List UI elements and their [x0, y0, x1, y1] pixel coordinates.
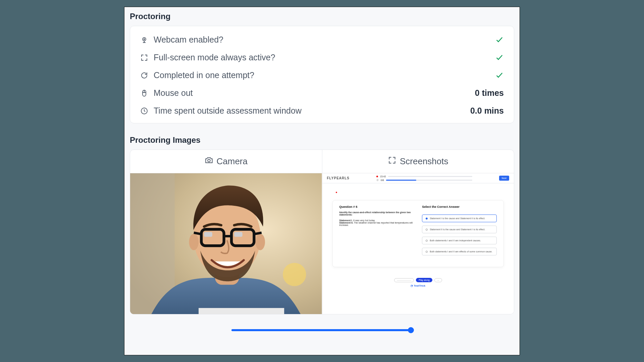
svg-point-11 [256, 234, 265, 250]
tab-label: Camera [217, 156, 248, 167]
screenshot-option: Statement I is the cause and Statement I… [422, 215, 497, 222]
row-label: Mouse out [154, 88, 475, 98]
svg-point-10 [189, 234, 199, 250]
camera-icon [205, 156, 213, 167]
proctoring-panel: Proctoring Webcam enabled? Full-screen m… [124, 7, 520, 355]
timeline-slider[interactable] [231, 328, 413, 333]
row-value: 0.0 mins [470, 106, 504, 116]
check-icon [495, 71, 504, 80]
screenshot-image[interactable]: FLYPEARLS 15:42 ⦿6/8 Next Question # 6 I… [322, 173, 514, 314]
tab-camera[interactable]: Camera [130, 150, 322, 173]
section-title-images: Proctoring Images [130, 135, 514, 145]
check-icon [495, 36, 504, 44]
check-row-fullscreen: Full-screen mode always active? [140, 49, 504, 66]
clock-icon [140, 107, 148, 115]
svg-point-4 [208, 159, 210, 162]
camera-image[interactable] [130, 173, 322, 314]
svg-rect-16 [199, 308, 284, 314]
fullscreen-icon [140, 54, 148, 62]
tab-screenshots[interactable]: Screenshots [322, 150, 514, 173]
screenshot-option: Statement II is the cause and Statement … [422, 226, 497, 233]
row-label: Time spent outside assessment window [154, 106, 470, 116]
screenshot-question-heading: Question # 6 [339, 205, 414, 208]
row-label: Completed in one attempt? [154, 70, 495, 80]
check-icon [495, 53, 504, 62]
slider-thumb[interactable] [408, 327, 414, 333]
row-label: Webcam enabled? [154, 35, 495, 45]
images-tabs: Camera Screenshots [130, 150, 514, 173]
row-label: Full-screen mode always active? [154, 53, 495, 62]
row-value: 0 times [475, 88, 504, 98]
screenshot-next: Next [499, 176, 509, 181]
screenshot-content: FLYPEARLS 15:42 ⦿6/8 Next Question # 6 I… [322, 173, 514, 314]
webcam-icon [140, 36, 148, 44]
screenshot-brand: FLYPEARLS [327, 176, 350, 180]
slider-track [231, 329, 413, 331]
screenshot-answer-heading: Select the Correct Answer [422, 205, 497, 208]
svg-point-0 [143, 38, 146, 41]
check-row-mouseout: Mouse out 0 times [140, 84, 504, 102]
screenshot-timer: 15:42 [380, 175, 386, 178]
images-row: FLYPEARLS 15:42 ⦿6/8 Next Question # 6 I… [130, 173, 514, 314]
svg-rect-15 [234, 232, 242, 237]
svg-rect-14 [204, 232, 212, 237]
screenshot-option: Both statements I and II are independent… [422, 237, 497, 244]
tab-label: Screenshots [400, 156, 448, 167]
proctoring-checks-card: Webcam enabled? Full-screen mode always … [130, 26, 514, 123]
proctoring-images-card: Camera Screenshots [130, 149, 514, 314]
screenshot-prompt: Identify the cause-and-effect relationsh… [339, 211, 414, 216]
screenshot-option: Both statements I and II are effects of … [422, 248, 497, 255]
screenshot-icon [388, 156, 396, 167]
mouse-icon [140, 89, 148, 97]
refresh-icon [140, 71, 148, 79]
svg-point-7 [283, 263, 306, 286]
check-row-webcam: Webcam enabled? [140, 31, 504, 49]
svg-point-1 [144, 39, 145, 40]
check-row-attempt: Completed in one attempt? [140, 66, 504, 84]
screenshot-qcount: 6/8 [381, 179, 384, 181]
section-title-proctoring: Proctoring [130, 12, 514, 21]
screenshot-pill: Play along [416, 278, 432, 282]
check-row-time-outside: Time spent outside assessment window 0.0… [140, 102, 504, 120]
timeline-slider-wrap [130, 314, 514, 333]
screenshot-footer-brand: ◔ TestTrick [332, 284, 504, 287]
